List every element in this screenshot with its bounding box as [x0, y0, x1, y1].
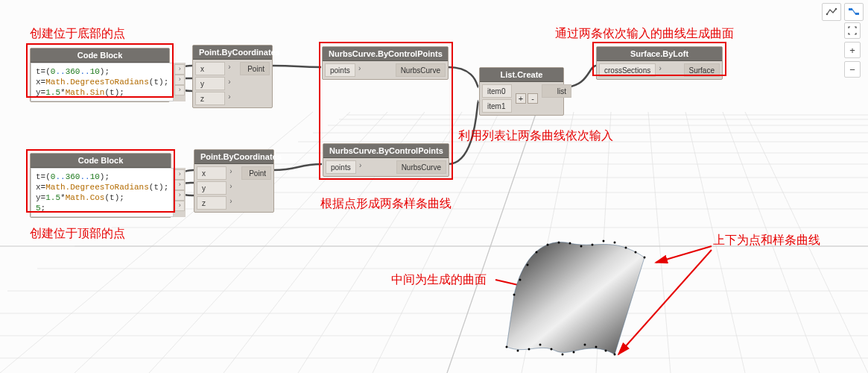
chevron-icon[interactable]: ›: [227, 181, 235, 195]
svg-point-46: [625, 247, 627, 249]
out-port[interactable]: ›: [174, 180, 185, 190]
svg-point-45: [614, 242, 616, 244]
chevron-icon[interactable]: ›: [227, 195, 235, 210]
node-title: NurbsCurve.ByControlPoints: [323, 47, 448, 61]
out-port[interactable]: ›: [174, 201, 185, 211]
node-code-block-1[interactable]: Code Block t=(0..360..10); x=Math.Degree…: [30, 48, 170, 102]
svg-point-40: [558, 242, 560, 244]
chevron-icon[interactable]: ›: [656, 63, 664, 78]
in-port-x[interactable]: x: [195, 62, 225, 75]
out-port-surface[interactable]: Surface: [684, 63, 720, 77]
node-point-by-coords-2[interactable]: Point.ByCoordinates x› y› z› Point: [194, 149, 274, 213]
svg-rect-63: [855, 13, 859, 15]
geometry-view-toggle[interactable]: [823, 4, 840, 20]
in-port-x[interactable]: x: [197, 166, 226, 180]
svg-point-49: [506, 346, 508, 348]
out-port-point[interactable]: Point: [241, 166, 271, 180]
out-port[interactable]: ›: [174, 85, 185, 95]
annotation-text: 根据点形成两条样条曲线: [320, 196, 452, 212]
annotation-text: 上下为点和样条曲线: [713, 233, 820, 248]
svg-point-58: [605, 350, 607, 352]
svg-point-60: [826, 13, 829, 16]
annotation-text: 利用列表让两条曲线依次输入: [458, 128, 613, 144]
zoom-in-button[interactable]: +: [844, 42, 861, 58]
in-port-crosssections[interactable]: crossSections: [599, 63, 656, 77]
annotation-text: 创建位于顶部的点: [30, 226, 125, 242]
annotation-text: 创建位于底部的点: [30, 26, 125, 42]
code-editor[interactable]: t=(0..360..10); x=Math.DegreesToRadians(…: [31, 63, 174, 101]
view-toolbar: [822, 3, 864, 21]
out-port-curve[interactable]: NurbsCurve: [396, 160, 446, 174]
in-port-item1[interactable]: item1: [482, 99, 512, 113]
out-port[interactable]: ›: [174, 75, 185, 85]
chevron-icon[interactable]: ›: [226, 61, 233, 76]
svg-point-51: [528, 348, 530, 351]
node-title: Surface.ByLoft: [597, 47, 722, 61]
in-port-y[interactable]: y: [195, 77, 225, 90]
out-port-point[interactable]: Point: [240, 62, 270, 75]
node-code-block-2[interactable]: Code Block t=(0..360..10); x=Math.Degree…: [30, 153, 171, 218]
svg-point-53: [551, 348, 553, 351]
chevron-icon[interactable]: ›: [226, 76, 233, 91]
annotation-text: 中间为生成的曲面: [391, 272, 487, 288]
node-point-by-coords-1[interactable]: Point.ByCoordinates x› y› z› Point: [192, 45, 273, 108]
chevron-icon[interactable]: ›: [226, 91, 233, 106]
chevron-icon[interactable]: ›: [357, 160, 364, 175]
svg-rect-62: [849, 8, 852, 10]
svg-point-57: [595, 346, 598, 348]
fit-view-button[interactable]: [844, 22, 861, 39]
svg-point-43: [592, 244, 594, 246]
svg-point-44: [603, 240, 605, 242]
svg-point-39: [547, 244, 549, 246]
graph-view-toggle[interactable]: [845, 4, 863, 20]
svg-point-37: [527, 264, 529, 266]
svg-point-54: [562, 354, 564, 356]
svg-point-42: [580, 245, 583, 248]
out-port[interactable]: ›: [174, 190, 185, 201]
svg-point-61: [835, 8, 837, 10]
node-surface-by-loft[interactable]: Surface.ByLoft crossSections› Surface: [596, 46, 723, 80]
svg-point-38: [536, 251, 538, 254]
surface-geometry-preview: [499, 231, 663, 358]
chevron-icon[interactable]: ›: [356, 63, 364, 78]
add-input-button[interactable]: +: [516, 93, 526, 104]
svg-point-55: [573, 351, 575, 354]
in-port-z[interactable]: z: [195, 92, 225, 105]
zoom-out-button[interactable]: −: [844, 61, 861, 78]
svg-point-36: [519, 279, 522, 281]
remove-input-button[interactable]: -: [528, 93, 538, 104]
viewport-nav-controls: + −: [844, 22, 861, 78]
in-port-z[interactable]: z: [197, 196, 226, 210]
node-title: List.Create: [480, 68, 563, 82]
chevron-icon[interactable]: ›: [227, 166, 235, 181]
node-title: NurbsCurve.ByControlPoints: [323, 144, 449, 158]
annotation-text: 通过两条依次输入的曲线生成曲面: [555, 26, 734, 42]
svg-point-47: [635, 251, 637, 254]
output-ports: › › › ›: [174, 168, 186, 217]
out-port-curve[interactable]: NurbsCurve: [396, 63, 446, 77]
node-list-create[interactable]: List.Create item0 item1 + - list: [479, 67, 564, 116]
node-nurbs-curve-1[interactable]: NurbsCurve.ByControlPoints points› Nurbs…: [322, 46, 449, 80]
svg-point-35: [513, 294, 516, 296]
node-title: Code Block: [31, 48, 169, 63]
svg-point-41: [569, 242, 571, 245]
svg-point-56: [584, 344, 586, 346]
in-port-points[interactable]: points: [326, 160, 356, 174]
in-port-points[interactable]: points: [325, 63, 355, 77]
svg-point-59: [614, 354, 616, 356]
svg-point-50: [517, 350, 519, 352]
node-title: Point.ByCoordinates: [194, 150, 273, 164]
out-port-list[interactable]: list: [542, 84, 571, 98]
node-title: Code Block: [31, 154, 171, 168]
code-editor[interactable]: t=(0..360..10); x=Math.DegreesToRadians(…: [31, 168, 174, 217]
svg-point-52: [539, 344, 542, 346]
output-ports: › › ›: [174, 63, 186, 101]
out-port[interactable]: ›: [174, 169, 185, 180]
node-nurbs-curve-2[interactable]: NurbsCurve.ByControlPoints points› Nurbs…: [323, 143, 449, 177]
node-title: Point.ByCoordinates: [193, 46, 272, 60]
svg-point-48: [644, 257, 646, 259]
in-port-y[interactable]: y: [197, 181, 226, 195]
out-port[interactable]: ›: [174, 64, 185, 75]
in-port-item0[interactable]: item0: [482, 84, 512, 98]
